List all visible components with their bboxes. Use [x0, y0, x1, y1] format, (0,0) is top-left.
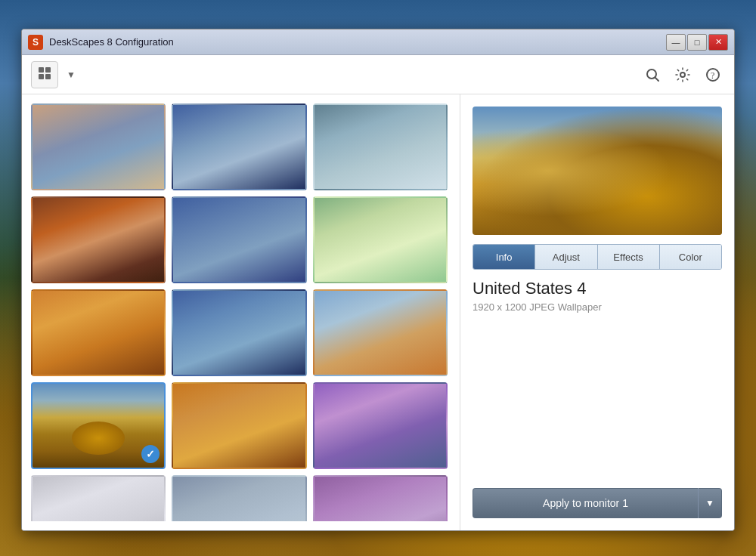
thumbnail-item[interactable] [172, 196, 306, 283]
thumbnail-item[interactable] [313, 382, 448, 469]
chevron-down-icon: ▼ [705, 498, 714, 508]
svg-rect-3 [45, 74, 51, 79]
thumbnail-item[interactable] [313, 475, 448, 521]
thumbnail-item[interactable] [31, 475, 166, 521]
window-controls: — □ ✕ [666, 34, 728, 51]
tab-effects[interactable]: Effects [598, 245, 660, 269]
thumbnail-item[interactable] [172, 103, 306, 190]
layout-icon [37, 66, 52, 84]
svg-line-5 [655, 77, 659, 81]
wallpaper-meta: 1920 x 1200 JPEG Wallpaper [472, 301, 722, 313]
app-window: S DeskScapes 8 Configuration — □ ✕ [21, 29, 735, 531]
thumbnail-item[interactable] [172, 475, 306, 521]
svg-text:?: ? [711, 70, 714, 81]
thumbnail-item[interactable] [172, 382, 306, 469]
apply-dropdown-button[interactable]: ▼ [698, 488, 722, 518]
thumbnail-item[interactable] [31, 289, 166, 376]
apply-bar: Apply to monitor 1 ▼ [472, 488, 722, 518]
svg-rect-0 [39, 67, 44, 73]
thumbnail-item[interactable] [313, 103, 448, 190]
dropdown-arrow-button[interactable]: ▼ [61, 61, 81, 88]
window-title: DeskScapes 8 Configuration [49, 36, 666, 48]
gallery-grid: ✓ [31, 103, 451, 521]
window-body: ▼ ? [22, 55, 734, 530]
toolbar: ▼ ? [22, 55, 734, 94]
wallpaper-info: United States 4 1920 x 1200 JPEG Wallpap… [472, 279, 722, 313]
toolbar-right: ? [640, 63, 725, 87]
detail-panel: InfoAdjustEffectsColor United States 4 1… [460, 94, 734, 530]
selected-checkmark: ✓ [141, 445, 160, 463]
close-button[interactable]: ✕ [708, 34, 728, 51]
maximize-button[interactable]: □ [687, 34, 707, 51]
svg-rect-1 [45, 67, 51, 73]
thumbnail-item[interactable] [31, 103, 166, 190]
tab-adjust[interactable]: Adjust [535, 245, 597, 269]
search-button[interactable] [640, 63, 665, 87]
minimize-button[interactable]: — [666, 34, 686, 51]
layout-button[interactable] [31, 61, 58, 88]
svg-point-6 [680, 73, 685, 77]
apply-monitor-button[interactable]: Apply to monitor 1 [472, 488, 698, 518]
title-bar: S DeskScapes 8 Configuration — □ ✕ [22, 29, 734, 55]
wallpaper-title: United States 4 [472, 279, 722, 298]
thumbnail-item[interactable]: ✓ [31, 382, 166, 469]
app-icon: S [28, 35, 43, 50]
gallery-panel: ✓ [22, 94, 460, 530]
settings-button[interactable] [671, 63, 695, 87]
svg-rect-2 [39, 74, 44, 79]
thumbnail-item[interactable] [31, 196, 166, 283]
detail-spacer [472, 322, 722, 479]
thumbnail-item[interactable] [313, 289, 448, 376]
main-content: ✓ InfoAdjustEffectsColor United States 4… [22, 94, 734, 530]
tab-info[interactable]: Info [473, 245, 535, 269]
tabs-bar: InfoAdjustEffectsColor [472, 244, 722, 270]
preview-image [472, 107, 722, 235]
tab-color[interactable]: Color [660, 245, 721, 269]
thumbnail-item[interactable] [313, 196, 448, 283]
thumbnail-item[interactable] [172, 289, 306, 376]
preview-inner [472, 107, 722, 235]
help-button[interactable]: ? [701, 63, 725, 87]
